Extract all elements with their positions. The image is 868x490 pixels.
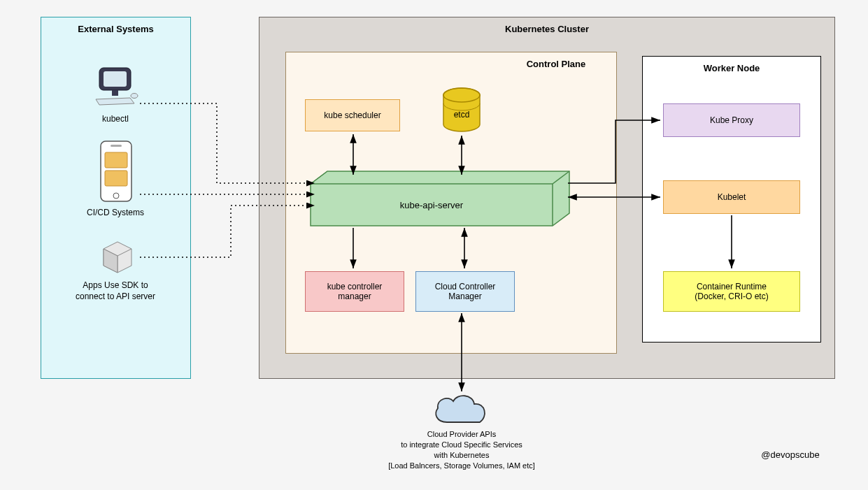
arrows-layer — [0, 0, 868, 490]
diagram-canvas: External Systems kubectl CI/CD Systems A… — [0, 0, 868, 490]
